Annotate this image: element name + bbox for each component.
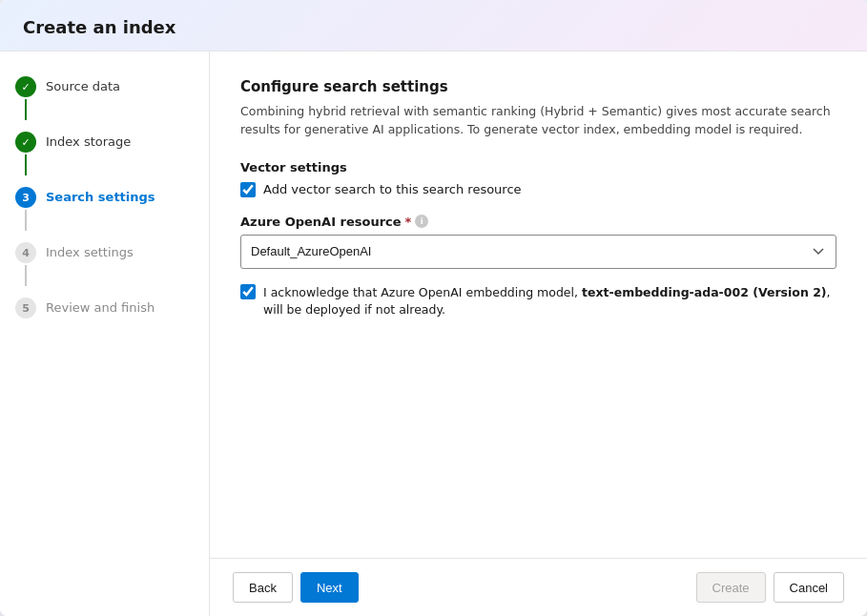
cancel-button[interactable]: Cancel: [774, 572, 844, 603]
create-index-dialog: Create an index ✓ Source data ✓ Index st…: [0, 0, 867, 616]
openai-resource-field-label: Azure OpenAI resource * i: [240, 215, 836, 229]
main-content: Configure search settings Combining hybr…: [210, 51, 867, 616]
sidebar-item-review[interactable]: 5 Review and finish: [0, 292, 209, 324]
section-description: Combining hybrid retrieval with semantic…: [240, 103, 836, 139]
vector-checkbox-label[interactable]: Add vector search to this search resourc…: [263, 182, 522, 196]
step3-label: Search settings: [46, 187, 155, 206]
info-icon[interactable]: i: [415, 215, 428, 228]
dialog-footer: Back Next Create Cancel: [210, 558, 867, 616]
step4-circle: 4: [15, 242, 36, 263]
step5-label: Review and finish: [46, 298, 155, 317]
sidebar: ✓ Source data ✓ Index storage 3 Se: [0, 51, 210, 616]
footer-left-buttons: Back Next: [233, 572, 359, 603]
openai-resource-label-text: Azure OpenAI resource: [240, 215, 402, 229]
ack-text-before: I acknowledge that Azure OpenAI embeddin…: [263, 285, 582, 299]
sidebar-item-index-settings[interactable]: 4 Index settings: [0, 236, 209, 292]
ack-model-name: text-embedding-ada-002 (Version 2): [582, 285, 827, 299]
vector-settings-label: Vector settings: [240, 160, 836, 175]
acknowledge-text: I acknowledge that Azure OpenAI embeddin…: [263, 284, 836, 320]
sidebar-item-search-settings[interactable]: 3 Search settings: [0, 181, 209, 236]
next-button[interactable]: Next: [300, 572, 359, 603]
footer-right-buttons: Create Cancel: [696, 572, 845, 603]
step3-line: [25, 210, 27, 231]
content-area: Configure search settings Combining hybr…: [210, 51, 867, 558]
acknowledge-checkbox[interactable]: [240, 284, 256, 299]
step2-indicator: ✓: [15, 132, 36, 175]
vector-checkbox-row: Add vector search to this search resourc…: [240, 182, 836, 197]
create-button: Create: [696, 572, 766, 603]
step1-label: Source data: [46, 76, 120, 95]
step1-circle: ✓: [15, 76, 36, 97]
back-button[interactable]: Back: [233, 572, 293, 603]
step1-line: [25, 99, 27, 120]
step2-label: Index storage: [46, 132, 131, 151]
dialog-title: Create an index: [23, 17, 175, 37]
openai-resource-dropdown[interactable]: Default_AzureOpenAI: [240, 235, 836, 269]
step3-indicator: 3: [15, 187, 36, 231]
step1-indicator: ✓: [15, 76, 36, 120]
vector-checkbox[interactable]: [240, 182, 256, 197]
step3-circle: 3: [15, 187, 36, 208]
step2-circle: ✓: [15, 132, 36, 153]
sidebar-item-index-storage[interactable]: ✓ Index storage: [0, 126, 209, 181]
step4-indicator: 4: [15, 242, 36, 286]
required-star: *: [405, 215, 412, 229]
step5-indicator: 5: [15, 298, 36, 318]
step4-label: Index settings: [46, 242, 134, 261]
step5-circle: 5: [15, 298, 36, 318]
section-title: Configure search settings: [240, 78, 836, 95]
dialog-header: Create an index: [0, 0, 867, 51]
step2-line: [25, 154, 27, 175]
acknowledge-row: I acknowledge that Azure OpenAI embeddin…: [240, 284, 836, 320]
step4-line: [25, 265, 27, 286]
sidebar-item-source-data[interactable]: ✓ Source data: [0, 71, 209, 126]
dialog-body: ✓ Source data ✓ Index storage 3 Se: [0, 51, 867, 616]
